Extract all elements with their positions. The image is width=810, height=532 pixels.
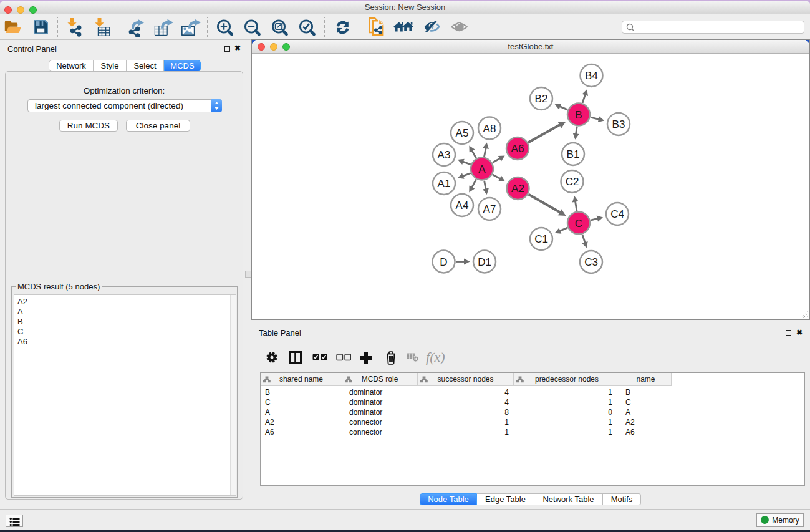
svg-text:C2: C2 <box>566 176 579 188</box>
svg-text:B2: B2 <box>535 93 548 105</box>
svg-text:B4: B4 <box>585 70 598 82</box>
svg-text:D1: D1 <box>478 256 491 268</box>
svg-text:D: D <box>440 256 447 268</box>
svg-text:A2: A2 <box>511 183 524 195</box>
svg-text:A6: A6 <box>511 143 524 155</box>
svg-text:B1: B1 <box>567 148 580 160</box>
svg-text:C3: C3 <box>584 256 598 268</box>
svg-text:A1: A1 <box>438 178 451 190</box>
svg-text:A4: A4 <box>456 200 469 211</box>
svg-text:C4: C4 <box>610 208 624 220</box>
svg-text:B3: B3 <box>612 118 625 130</box>
svg-text:C: C <box>575 218 582 230</box>
svg-text:A8: A8 <box>483 123 496 135</box>
svg-text:A: A <box>478 163 486 175</box>
svg-text:A7: A7 <box>483 203 496 215</box>
svg-text:B: B <box>575 109 582 121</box>
svg-text:C1: C1 <box>534 233 548 245</box>
svg-text:A3: A3 <box>438 149 451 161</box>
svg-text:A5: A5 <box>456 127 469 139</box>
